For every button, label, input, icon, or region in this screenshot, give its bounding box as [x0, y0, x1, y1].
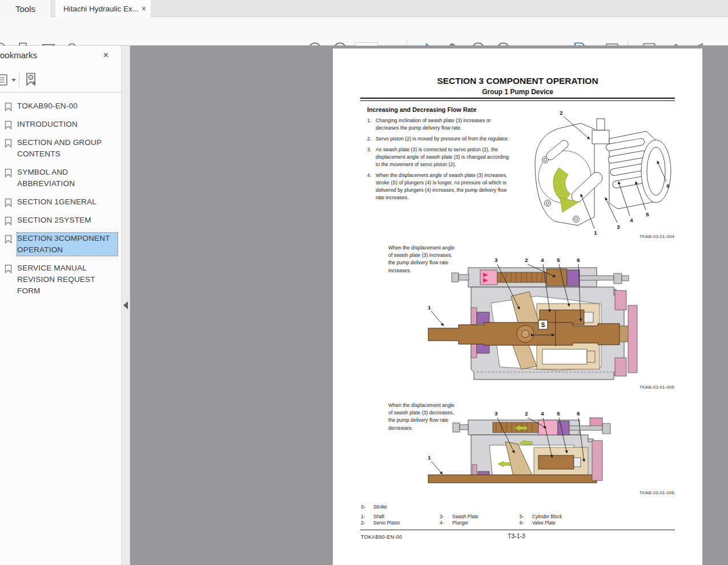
figure-callout: 3: [617, 224, 620, 230]
bookmark-icon: [5, 264, 12, 273]
legend-number: 3-: [440, 514, 452, 519]
bookmark-label: INTRODUCTION: [17, 119, 118, 130]
bookmark-item[interactable]: INTRODUCTION: [5, 119, 118, 130]
bookmark-label: SERVICE MANUAL REVISION REQUEST FORM: [17, 263, 118, 297]
bookmarks-toolbar: [0, 67, 121, 92]
find-current-bookmark-icon[interactable]: [24, 72, 39, 90]
figure-callout: 5: [646, 211, 649, 217]
legend-stroke-row: S-Stroke: [361, 505, 387, 510]
page-title: SECTION 3 COMPONENT OPERATION: [333, 76, 702, 86]
bookmark-item[interactable]: SERVICE MANUAL REVISION REQUEST FORM: [5, 263, 118, 297]
tab-close-icon[interactable]: ×: [142, 4, 146, 13]
footer-document-code: TOKAB90-EN-00: [361, 534, 403, 540]
step-item: 3. As swash plate (3) is connected to se…: [367, 146, 514, 168]
chevron-down-icon[interactable]: [11, 79, 16, 82]
bookmark-label: SECTION 3COMPONENT OPERATION: [17, 233, 118, 256]
bookmark-item[interactable]: SECTION 1GENERAL: [5, 196, 118, 208]
step-item: 1. Changing inclination of swash plate (…: [367, 117, 514, 132]
stroke-label: S: [541, 322, 545, 328]
legend-item: 1-Shaft: [361, 514, 384, 519]
step-text: Changing inclination of swash plate (3) …: [376, 117, 514, 132]
header-rule: [360, 98, 675, 101]
footer-rule: [360, 530, 675, 530]
bookmark-icon: [5, 168, 12, 177]
figure-callout: 1: [594, 229, 597, 236]
step-text: When the displacement angle of swash pla…: [376, 172, 514, 201]
bookmarks-list: TOKAB90-EN-00 INTRODUCTION SECTION AND G…: [5, 100, 118, 304]
figure-callout: 4: [630, 217, 633, 223]
figure-callout: 2: [525, 257, 528, 263]
figure-callout: 1: [428, 454, 431, 461]
legend-item: 3-Swash Plate: [440, 514, 478, 519]
legend-number: 6-: [520, 520, 532, 526]
main-toolbar: / 427 71.1%: [0, 17, 728, 46]
bookmark-item[interactable]: SYMBOL AND ABBREVIATION: [5, 167, 118, 189]
legend-label: Cylinder Block: [532, 514, 562, 519]
numbered-steps: 1. Changing inclination of swash plate (…: [367, 117, 514, 205]
figure-callout: 4: [541, 257, 544, 263]
legend-item: 2-Servo Piston: [361, 520, 400, 526]
bookmarks-panel-title: Bookmarks: [0, 50, 37, 60]
tab-bar: Tools Hitachi Hydraulic Ex... ×: [0, 0, 728, 17]
pump-section-decrease-figure: 3 2 4 5 6 1: [425, 407, 614, 491]
panel-toolbar-separator: [19, 72, 19, 87]
panel-collapse-strip[interactable]: [122, 46, 130, 565]
bookmark-icon: [5, 102, 12, 111]
legend-number: 4-: [440, 520, 452, 526]
document-canvas: SECTION 3 COMPONENT OPERATION Group 1 Pu…: [130, 46, 728, 565]
step-text: As swash plate (3) is connected to servo…: [376, 146, 514, 168]
legend-label: Swash Plate: [452, 514, 478, 519]
legend-number: S-: [361, 505, 373, 510]
step-number: 3.: [367, 146, 376, 168]
legend-item: 4-Plunger: [440, 520, 468, 526]
bookmark-label: SECTION 1GENERAL: [17, 196, 118, 208]
figure-callout: 6: [666, 183, 669, 189]
bookmark-item[interactable]: TOKAB90-EN-00: [5, 100, 118, 112]
figure-code: TKAB-03-01-006: [613, 490, 674, 495]
figure-callout: 1: [428, 304, 431, 310]
legend-label: Shaft: [373, 514, 384, 519]
bookmark-options-icon[interactable]: [0, 74, 9, 88]
tab-document-label: Hitachi Hydraulic Ex...: [63, 5, 139, 13]
step-number: 1.: [367, 117, 376, 132]
figure-callout: 4: [541, 410, 544, 417]
step-text: Servo piston (2) is moved by pressure oi…: [376, 135, 514, 143]
bookmark-item-selected[interactable]: SECTION 3COMPONENT OPERATION: [5, 233, 118, 256]
bookmarks-panel: Bookmarks × TOKAB90-EN-0: [0, 46, 122, 565]
step-item: 2. Servo piston (2) is moved by pressure…: [367, 135, 514, 143]
bookmark-icon: [5, 235, 12, 244]
bookmark-item[interactable]: SECTION AND GROUP CONTENTS: [5, 137, 118, 160]
figure-callout: 3: [494, 257, 497, 263]
step-number: 4.: [367, 172, 376, 201]
legend-label: Valve Plate: [532, 520, 556, 526]
bookmark-icon: [5, 198, 12, 207]
bookmark-label: SECTION 2SYSTEM: [17, 215, 118, 226]
legend-number: 1-: [361, 514, 373, 519]
collapse-panel-icon[interactable]: [123, 301, 128, 309]
legend-item: 6-Valve Plate: [520, 520, 556, 526]
footer-page-code: T3-1-3: [508, 532, 525, 539]
bookmarks-close-icon[interactable]: ×: [103, 50, 108, 60]
bookmark-label: TOKAB90-EN-00: [17, 100, 118, 112]
figure-code: TKAB-03-01-005: [613, 385, 674, 390]
bookmark-label: SECTION AND GROUP CONTENTS: [17, 137, 118, 160]
figure-callout: 2: [560, 110, 562, 116]
step-item: 4. When the displacement angle of swash …: [367, 172, 514, 201]
figure-callout: 6: [577, 257, 580, 263]
figure-callout: 5: [557, 410, 560, 417]
figure-callout: 2: [525, 410, 528, 417]
legend-label: Servo Piston: [373, 520, 400, 526]
section-heading: Increasing and Decreasing Flow Rate: [367, 106, 476, 113]
figure-callout: 3: [494, 410, 497, 417]
pump-section-increase-figure: S 3 2 4 5 6 1: [425, 255, 639, 392]
tab-tools[interactable]: Tools: [0, 0, 51, 17]
legend-number: 5-: [520, 514, 532, 519]
figure-callout: 6: [577, 410, 580, 417]
legend-item: 5-Cylinder Block: [520, 514, 562, 519]
page-subtitle: Group 1 Pump Device: [333, 88, 702, 96]
acrobat-window: Tools Hitachi Hydraulic Ex... ×: [0, 0, 728, 565]
bookmark-icon: [5, 139, 12, 148]
bookmark-item[interactable]: SECTION 2SYSTEM: [5, 215, 118, 226]
tab-document[interactable]: Hitachi Hydraulic Ex... ×: [55, 0, 151, 17]
pdf-page[interactable]: SECTION 3 COMPONENT OPERATION Group 1 Pu…: [333, 49, 702, 565]
